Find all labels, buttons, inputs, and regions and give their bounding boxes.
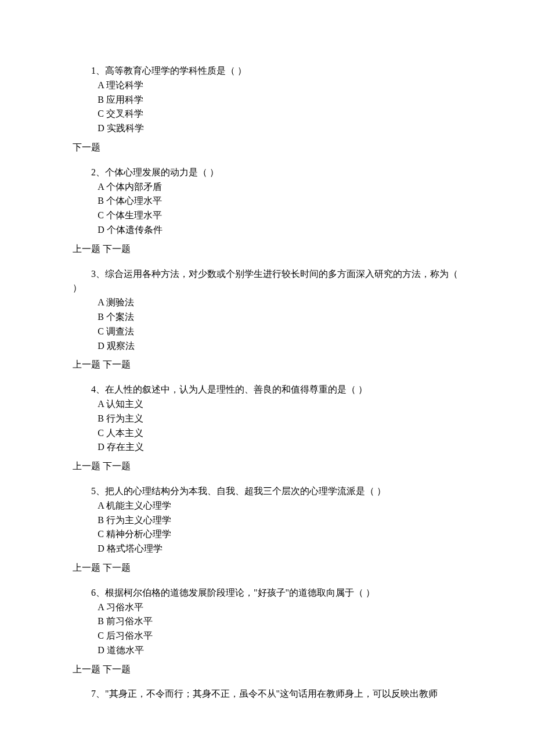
question-2-option-b: B 个体心理水平 <box>73 194 461 208</box>
next-link[interactable]: 下一题 <box>103 244 131 254</box>
question-5-stem: 5、把人的心理结构分为本我、自我、超我三个层次的心理学流派是（ ） <box>73 484 461 499</box>
question-5-option-a: A 机能主义心理学 <box>73 499 461 513</box>
nav-5: 上一题 下一题 <box>73 561 461 575</box>
question-3-option-d: D 观察法 <box>73 339 461 354</box>
question-6-option-a: A 习俗水平 <box>73 600 461 615</box>
question-6-option-c: C 后习俗水平 <box>73 629 461 643</box>
question-1-option-b: B 应用科学 <box>73 93 461 107</box>
question-1: 1、高等教育心理学的学科性质是（ ） A 理论科学 B 应用科学 C 交叉科学 … <box>73 64 461 136</box>
question-1-stem: 1、高等教育心理学的学科性质是（ ） <box>73 64 461 78</box>
next-link[interactable]: 下一题 <box>103 461 131 471</box>
question-4-option-c: C 人本主义 <box>73 426 461 441</box>
prev-link[interactable]: 上一题 <box>73 563 100 573</box>
question-4-option-b: B 行为主义 <box>73 412 461 426</box>
nav-6: 上一题 下一题 <box>73 663 461 677</box>
next-link[interactable]: 下一题 <box>73 142 100 152</box>
question-6: 6、根据柯尔伯格的道德发展阶段理论，"好孩子"的道德取向属于（ ） A 习俗水平… <box>73 586 461 658</box>
question-7-stem: 7、"其身正，不令而行；其身不正，虽令不从"这句话用在教师身上，可以反映出教师 <box>73 687 461 701</box>
question-2-option-c: C 个体生理水平 <box>73 208 461 223</box>
question-7: 7、"其身正，不令而行；其身不正，虽令不从"这句话用在教师身上，可以反映出教师 <box>73 687 461 701</box>
prev-link[interactable]: 上一题 <box>73 664 100 674</box>
next-link[interactable]: 下一题 <box>103 664 131 674</box>
question-6-option-b: B 前习俗水平 <box>73 614 461 629</box>
question-5-option-c: C 精神分析心理学 <box>73 527 461 542</box>
question-3: 3、综合运用各种方法，对少数或个别学生进行较长时间的多方面深入研究的方法，称为（… <box>73 267 461 354</box>
question-6-option-d: D 道德水平 <box>73 643 461 658</box>
question-4-option-a: A 认知主义 <box>73 397 461 412</box>
question-5-option-b: B 行为主义心理学 <box>73 513 461 528</box>
next-link[interactable]: 下一题 <box>103 359 131 369</box>
question-1-option-d: D 实践科学 <box>73 121 461 136</box>
question-3-option-c: C 调查法 <box>73 325 461 339</box>
question-1-option-a: A 理论科学 <box>73 78 461 93</box>
prev-link[interactable]: 上一题 <box>73 359 100 369</box>
question-3-option-a: A 测验法 <box>73 296 461 310</box>
nav-3: 上一题 下一题 <box>73 358 461 372</box>
question-5: 5、把人的心理结构分为本我、自我、超我三个层次的心理学流派是（ ） A 机能主义… <box>73 484 461 556</box>
question-2: 2、个体心理发展的动力是（ ） A 个体内部矛盾 B 个体心理水平 C 个体生理… <box>73 165 461 237</box>
question-4-option-d: D 存在主义 <box>73 440 461 455</box>
nav-2: 上一题 下一题 <box>73 242 461 257</box>
question-1-option-c: C 交叉科学 <box>73 107 461 121</box>
question-5-option-d: D 格式塔心理学 <box>73 542 461 556</box>
question-2-stem: 2、个体心理发展的动力是（ ） <box>73 165 461 180</box>
nav-1: 下一题 <box>73 141 461 155</box>
question-4-stem: 4、在人性的叙述中，认为人是理性的、善良的和值得尊重的是（ ） <box>73 383 461 397</box>
question-2-option-d: D 个体遗传条件 <box>73 223 461 237</box>
question-6-stem: 6、根据柯尔伯格的道德发展阶段理论，"好孩子"的道德取向属于（ ） <box>73 586 461 600</box>
prev-link[interactable]: 上一题 <box>73 244 100 254</box>
question-3-stem: 3、综合运用各种方法，对少数或个别学生进行较长时间的多方面深入研究的方法，称为（… <box>73 267 461 296</box>
question-3-option-b: B 个案法 <box>73 310 461 325</box>
next-link[interactable]: 下一题 <box>103 563 131 573</box>
question-4: 4、在人性的叙述中，认为人是理性的、善良的和值得尊重的是（ ） A 认知主义 B… <box>73 383 461 455</box>
document-page: 1、高等教育心理学的学科性质是（ ） A 理论科学 B 应用科学 C 交叉科学 … <box>0 0 534 741</box>
question-2-option-a: A 个体内部矛盾 <box>73 180 461 195</box>
prev-link[interactable]: 上一题 <box>73 461 100 471</box>
nav-4: 上一题 下一题 <box>73 459 461 474</box>
